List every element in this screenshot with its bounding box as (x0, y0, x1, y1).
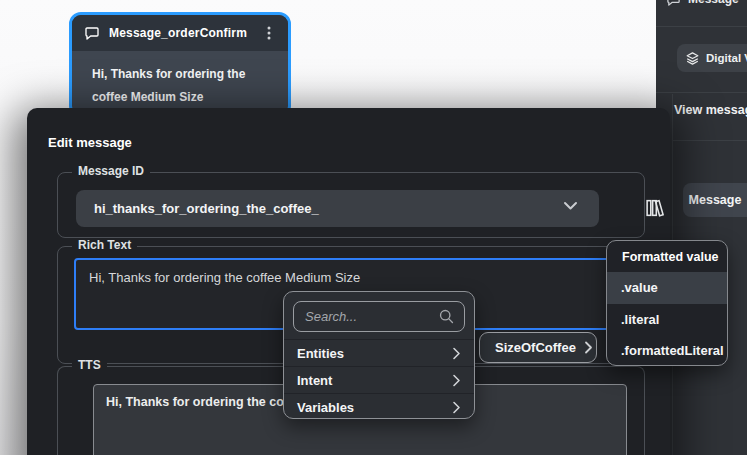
chevron-right-icon (452, 347, 461, 360)
node-body-line: Hi, Thanks for ordering the (92, 63, 280, 86)
search-icon (438, 308, 455, 325)
chevron-right-icon (452, 374, 461, 387)
format-option-value[interactable]: .value (607, 272, 727, 304)
entity-button-label: SizeOfCoffee (495, 340, 576, 355)
variable-search-popup: Entities Intent Variables (283, 291, 475, 419)
view-message-title: View message (674, 103, 747, 117)
menu-item-intent[interactable]: Intent (284, 366, 474, 393)
panel-item-label: Message (689, 193, 742, 207)
format-option-label: .formattedLiteral (621, 343, 724, 358)
node-title: Message_orderConfirm (109, 26, 253, 40)
chevron-right-icon (584, 341, 593, 354)
panel-item-message-selected[interactable]: Message (683, 183, 747, 217)
rich-text-label: Rich Text (72, 238, 137, 252)
panel-top-item-message[interactable]: Message (666, 0, 739, 11)
message-node-header[interactable]: Message_orderConfirm (72, 15, 288, 51)
message-id-group: Message ID (57, 172, 645, 238)
format-option-literal[interactable]: .literal (607, 304, 727, 336)
format-option-formatted-literal[interactable]: .formattedLiteral (607, 335, 727, 366)
search-box[interactable] (293, 301, 465, 332)
message-bubble-icon (84, 25, 100, 41)
menu-item-variables[interactable]: Variables (284, 393, 474, 419)
digital-view-label: Digital V (706, 52, 747, 64)
app-viewport: Message_orderConfirm Hi, Thanks for orde… (0, 0, 747, 455)
menu-item-entities[interactable]: Entities (284, 339, 474, 366)
digital-view-pill[interactable]: Digital V (677, 44, 747, 72)
panel-divider (672, 140, 747, 141)
menu-item-label: Intent (297, 373, 452, 388)
kebab-menu-icon[interactable] (262, 25, 276, 41)
format-menu-header: Formatted value (607, 241, 727, 272)
panel-divider (656, 26, 747, 27)
message-node[interactable]: Message_orderConfirm Hi, Thanks for orde… (69, 12, 291, 118)
node-body-line: coffee Medium Size (92, 86, 280, 109)
message-id-input[interactable] (76, 190, 599, 227)
layers-icon (685, 51, 700, 66)
panel-divider (656, 92, 747, 93)
menu-item-label: Entities (297, 346, 452, 361)
panel-top-item-label: Message (688, 0, 739, 6)
tts-label: TTS (72, 358, 107, 372)
message-bubble-icon (666, 0, 681, 7)
format-option-label: .value (621, 280, 658, 295)
format-option-label: .literal (621, 312, 659, 327)
modal-title: Edit message (48, 135, 132, 150)
chevron-right-icon (452, 401, 461, 414)
search-input[interactable] (294, 309, 438, 324)
node-body[interactable]: Hi, Thanks for ordering the coffee Mediu… (72, 51, 288, 109)
formatted-value-menu: Formatted value .value .literal .formatt… (606, 240, 728, 366)
menu-item-label: Variables (297, 400, 452, 415)
message-id-label: Message ID (72, 164, 150, 178)
chevron-down-icon[interactable] (563, 201, 578, 211)
entity-sizeofcoffee-button[interactable]: SizeOfCoffee (479, 332, 597, 363)
library-books-icon[interactable] (643, 197, 665, 219)
